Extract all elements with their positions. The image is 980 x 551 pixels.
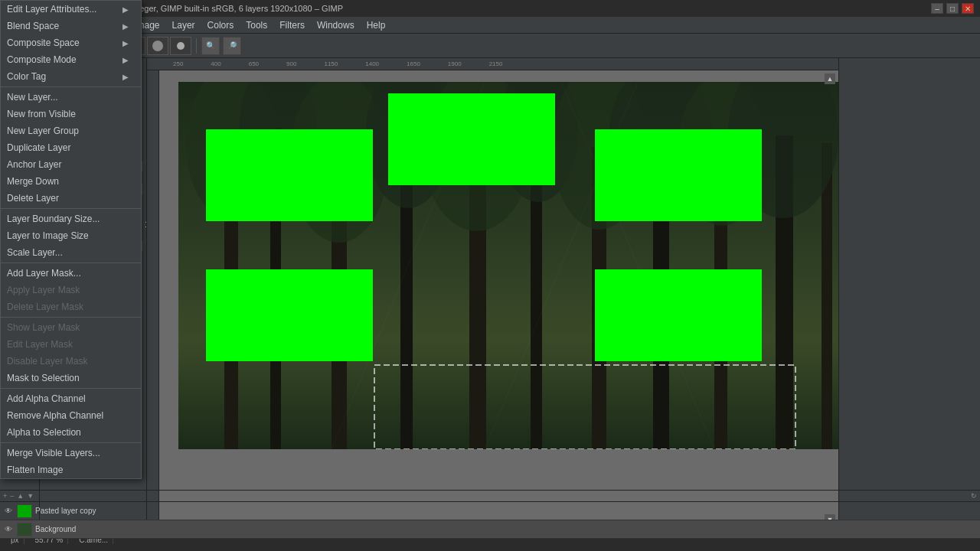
- ctx-merge-down[interactable]: Merge Down: [1, 173, 141, 190]
- ctx-add-alpha-channel[interactable]: Add Alpha Channel: [1, 390, 141, 407]
- scroll-up-button[interactable]: ▲: [825, 73, 835, 84]
- ctx-color-tag-arrow: ▶: [122, 73, 129, 81]
- ctx-composite-space[interactable]: Composite Space ▶: [1, 34, 141, 51]
- ctx-add-alpha-channel-label: Add Alpha Channel: [7, 393, 86, 404]
- ctx-merge-visible-layers[interactable]: Merge Visible Layers...: [1, 445, 141, 461]
- ctx-blend-space-label: Blend Space: [7, 21, 59, 31]
- ruler-marks: 250 400 650 900 1150 1400 1650 1900 2150: [159, 58, 516, 70]
- layer-thumb-pasted: [17, 504, 32, 518]
- ctx-composite-mode-arrow: ▶: [122, 56, 129, 64]
- ctx-sep5: [1, 388, 141, 389]
- ctx-mask-to-selection[interactable]: Mask to Selection: [1, 370, 141, 386]
- title-bar: [Untitled]-9.0 (Color 8-bit gamma intege…: [0, 0, 980, 17]
- ctx-scale-layer[interactable]: Scale Layer...: [1, 244, 141, 261]
- menu-layer[interactable]: Layer: [166, 18, 201, 32]
- layers-panel: + – ▲ ▼ ↻ 👁 Pasted layer copy 👁 Backgrou…: [0, 490, 980, 551]
- ctx-layer-to-image-size-label: Layer to Image Size: [7, 230, 89, 241]
- layers-toolbar-down[interactable]: ▼: [27, 492, 34, 500]
- ctx-disable-layer-mask: Disable Layer Mask: [1, 353, 141, 370]
- canvas-content[interactable]: [159, 70, 838, 528]
- ctx-new-from-visible-label: New from Visible: [7, 109, 76, 119]
- toolbar-zoom-out[interactable]: 🔍: [201, 37, 220, 55]
- ctx-alpha-to-selection-label: Alpha to Selection: [7, 427, 81, 438]
- ruler-mark: 1150: [310, 60, 351, 67]
- layers-toolbar-up[interactable]: ▲: [17, 492, 24, 500]
- ctx-remove-alpha-channel[interactable]: Remove Alpha Channel: [1, 407, 141, 424]
- ctx-sep4: [1, 317, 141, 318]
- ruler-mark: 250: [159, 60, 197, 67]
- ctx-new-layer-group[interactable]: New Layer Group: [1, 122, 141, 139]
- menu-colors[interactable]: Colors: [201, 18, 240, 32]
- ctx-edit-layer-attributes-arrow: ▶: [122, 5, 129, 14]
- ctx-add-layer-mask[interactable]: Add Layer Mask...: [1, 265, 141, 282]
- ctx-add-layer-mask-label: Add Layer Mask...: [7, 268, 81, 279]
- ctx-edit-layer-mask-label: Edit Layer Mask: [7, 339, 73, 350]
- ctx-layer-boundary-size-label: Layer Boundary Size...: [7, 214, 100, 224]
- ctx-delete-layer[interactable]: Delete Layer: [1, 190, 141, 207]
- layers-refresh[interactable]: ↻: [971, 492, 977, 500]
- menu-windows[interactable]: Windows: [311, 18, 361, 32]
- ruler-mark: 900: [273, 60, 310, 67]
- minimize-button[interactable]: –: [931, 3, 943, 14]
- ctx-flatten-image-label: Flatten Image: [7, 465, 63, 475]
- ctx-mask-to-selection-label: Mask to Selection: [7, 373, 80, 383]
- ctx-color-tag-label: Color Tag: [7, 71, 46, 82]
- ctx-remove-alpha-channel-label: Remove Alpha Channel: [7, 410, 103, 421]
- ctx-edit-layer-attributes[interactable]: Edit Layer Attributes... ▶: [1, 1, 141, 18]
- maximize-button[interactable]: □: [946, 3, 959, 14]
- ctx-merge-down-label: Merge Down: [7, 176, 59, 187]
- layer-thumb-background: [17, 523, 32, 536]
- ctx-layer-to-image-size[interactable]: Layer to Image Size: [1, 227, 141, 244]
- toolbar-sep3: [196, 38, 197, 54]
- layer-name-pasted: Pasted layer copy: [35, 507, 977, 515]
- layer-eye-background[interactable]: 👁: [3, 524, 14, 535]
- ctx-blend-space[interactable]: Blend Space ▶: [1, 18, 141, 34]
- ctx-composite-mode-label: Composite Mode: [7, 54, 77, 65]
- ctx-scale-layer-label: Scale Layer...: [7, 247, 63, 258]
- main-layout: ✛ ⊞ ⌗ ↔ ⤢ 📏 □ ○ ⟨ ✦ 🎨 ✂ ✏ A 🪣 ▦: [0, 58, 980, 528]
- ctx-new-from-visible[interactable]: New from Visible: [1, 106, 141, 122]
- ruler-mark: 400: [197, 60, 234, 67]
- ctx-delete-layer-label: Delete Layer: [7, 193, 59, 204]
- ruler-top: 250 400 650 900 1150 1400 1650 1900 2150: [147, 58, 838, 70]
- ctx-new-layer[interactable]: New Layer...: [1, 89, 141, 106]
- close-button[interactable]: ✕: [962, 3, 974, 14]
- context-menu: Edit Layer Attributes... ▶ Blend Space ▶…: [0, 0, 142, 479]
- layer-item-background[interactable]: 👁 Background: [0, 520, 980, 539]
- layers-toolbar-new[interactable]: +: [3, 492, 7, 500]
- layer-item-pasted[interactable]: 👁 Pasted layer copy: [0, 502, 980, 520]
- brush-preview2: [147, 37, 168, 55]
- menu-filters[interactable]: Filters: [273, 18, 311, 32]
- layers-panel-header: + – ▲ ▼ ↻: [0, 491, 980, 502]
- ctx-duplicate-layer[interactable]: Duplicate Layer: [1, 139, 141, 156]
- ctx-anchor-layer[interactable]: Anchor Layer: [1, 156, 141, 173]
- toolbar-zoom-in[interactable]: 🔎: [223, 37, 241, 55]
- ctx-composite-space-label: Composite Space: [7, 37, 80, 48]
- ctx-edit-layer-mask: Edit Layer Mask: [1, 336, 141, 353]
- menu-help[interactable]: Help: [361, 18, 392, 32]
- ctx-show-layer-mask-label: Show Layer Mask: [7, 322, 80, 333]
- ruler-left: [147, 70, 159, 528]
- ctx-alpha-to-selection[interactable]: Alpha to Selection: [1, 424, 141, 441]
- green-rect-top-left: [206, 129, 373, 221]
- layer-eye-pasted[interactable]: 👁: [3, 506, 14, 517]
- ctx-flatten-image[interactable]: Flatten Image: [1, 461, 141, 478]
- brush-preview3: [170, 37, 191, 55]
- menu-tools[interactable]: Tools: [240, 18, 273, 32]
- main-toolbar: 📄 📂 💾 ↩ ↪ ● 🔍 🔎: [0, 34, 980, 58]
- green-rect-bottom-left: [206, 269, 373, 361]
- ctx-show-layer-mask: Show Layer Mask: [1, 319, 141, 336]
- ctx-anchor-layer-label: Anchor Layer: [7, 159, 61, 170]
- layers-toolbar-delete[interactable]: –: [10, 492, 14, 500]
- ctx-color-tag[interactable]: Color Tag ▶: [1, 68, 141, 85]
- green-rect-top-center: [388, 93, 555, 185]
- ruler-mark: 650: [235, 60, 273, 67]
- ctx-composite-mode[interactable]: Composite Mode ▶: [1, 51, 141, 68]
- canvas-image[interactable]: [178, 82, 838, 449]
- ctx-delete-layer-mask-label: Delete Layer Mask: [7, 302, 83, 312]
- ctx-delete-layer-mask: Delete Layer Mask: [1, 298, 141, 315]
- ctx-composite-space-arrow: ▶: [122, 39, 129, 47]
- ctx-blend-space-arrow: ▶: [122, 22, 129, 31]
- canvas-area: 250 400 650 900 1150 1400 1650 1900 2150: [147, 58, 838, 528]
- ctx-layer-boundary-size[interactable]: Layer Boundary Size...: [1, 210, 141, 227]
